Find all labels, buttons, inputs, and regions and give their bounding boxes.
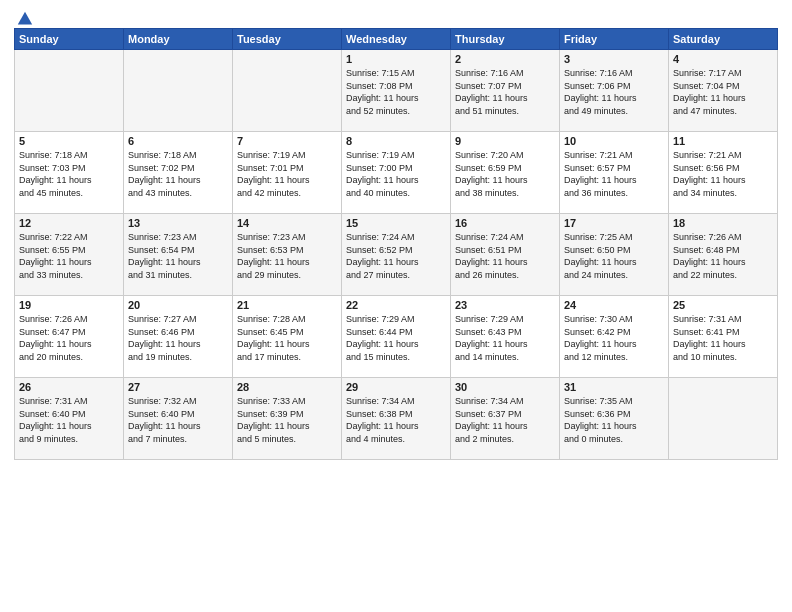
day-number: 1 [346, 53, 446, 65]
day-info: Sunrise: 7:21 AM Sunset: 6:56 PM Dayligh… [673, 149, 773, 199]
calendar-cell: 25Sunrise: 7:31 AM Sunset: 6:41 PM Dayli… [669, 296, 778, 378]
calendar-cell: 19Sunrise: 7:26 AM Sunset: 6:47 PM Dayli… [15, 296, 124, 378]
calendar-cell: 27Sunrise: 7:32 AM Sunset: 6:40 PM Dayli… [124, 378, 233, 460]
weekday-header-monday: Monday [124, 29, 233, 50]
weekday-header-friday: Friday [560, 29, 669, 50]
day-number: 29 [346, 381, 446, 393]
day-info: Sunrise: 7:19 AM Sunset: 7:00 PM Dayligh… [346, 149, 446, 199]
day-number: 27 [128, 381, 228, 393]
day-number: 8 [346, 135, 446, 147]
calendar-cell: 18Sunrise: 7:26 AM Sunset: 6:48 PM Dayli… [669, 214, 778, 296]
day-info: Sunrise: 7:16 AM Sunset: 7:07 PM Dayligh… [455, 67, 555, 117]
day-number: 16 [455, 217, 555, 229]
week-row-1: 1Sunrise: 7:15 AM Sunset: 7:08 PM Daylig… [15, 50, 778, 132]
day-info: Sunrise: 7:34 AM Sunset: 6:38 PM Dayligh… [346, 395, 446, 445]
calendar-cell: 14Sunrise: 7:23 AM Sunset: 6:53 PM Dayli… [233, 214, 342, 296]
calendar-cell: 6Sunrise: 7:18 AM Sunset: 7:02 PM Daylig… [124, 132, 233, 214]
day-number: 22 [346, 299, 446, 311]
week-row-3: 12Sunrise: 7:22 AM Sunset: 6:55 PM Dayli… [15, 214, 778, 296]
weekday-header-row: SundayMondayTuesdayWednesdayThursdayFrid… [15, 29, 778, 50]
day-info: Sunrise: 7:31 AM Sunset: 6:41 PM Dayligh… [673, 313, 773, 363]
calendar-cell: 31Sunrise: 7:35 AM Sunset: 6:36 PM Dayli… [560, 378, 669, 460]
calendar-cell: 3Sunrise: 7:16 AM Sunset: 7:06 PM Daylig… [560, 50, 669, 132]
day-number: 19 [19, 299, 119, 311]
day-number: 25 [673, 299, 773, 311]
day-info: Sunrise: 7:15 AM Sunset: 7:08 PM Dayligh… [346, 67, 446, 117]
page-container: SundayMondayTuesdayWednesdayThursdayFrid… [0, 0, 792, 466]
day-info: Sunrise: 7:23 AM Sunset: 6:53 PM Dayligh… [237, 231, 337, 281]
day-info: Sunrise: 7:29 AM Sunset: 6:44 PM Dayligh… [346, 313, 446, 363]
day-info: Sunrise: 7:24 AM Sunset: 6:51 PM Dayligh… [455, 231, 555, 281]
calendar-cell: 26Sunrise: 7:31 AM Sunset: 6:40 PM Dayli… [15, 378, 124, 460]
day-number: 3 [564, 53, 664, 65]
calendar-cell: 10Sunrise: 7:21 AM Sunset: 6:57 PM Dayli… [560, 132, 669, 214]
day-number: 4 [673, 53, 773, 65]
calendar-cell: 29Sunrise: 7:34 AM Sunset: 6:38 PM Dayli… [342, 378, 451, 460]
calendar-cell: 17Sunrise: 7:25 AM Sunset: 6:50 PM Dayli… [560, 214, 669, 296]
calendar-cell: 30Sunrise: 7:34 AM Sunset: 6:37 PM Dayli… [451, 378, 560, 460]
calendar-cell: 8Sunrise: 7:19 AM Sunset: 7:00 PM Daylig… [342, 132, 451, 214]
calendar-cell: 15Sunrise: 7:24 AM Sunset: 6:52 PM Dayli… [342, 214, 451, 296]
day-number: 13 [128, 217, 228, 229]
calendar-cell: 22Sunrise: 7:29 AM Sunset: 6:44 PM Dayli… [342, 296, 451, 378]
calendar-cell: 4Sunrise: 7:17 AM Sunset: 7:04 PM Daylig… [669, 50, 778, 132]
logo [14, 10, 34, 24]
day-number: 12 [19, 217, 119, 229]
day-number: 18 [673, 217, 773, 229]
day-info: Sunrise: 7:25 AM Sunset: 6:50 PM Dayligh… [564, 231, 664, 281]
logo-icon [16, 10, 34, 28]
calendar-cell [669, 378, 778, 460]
calendar-cell: 7Sunrise: 7:19 AM Sunset: 7:01 PM Daylig… [233, 132, 342, 214]
weekday-header-sunday: Sunday [15, 29, 124, 50]
day-number: 14 [237, 217, 337, 229]
day-number: 26 [19, 381, 119, 393]
calendar-cell [233, 50, 342, 132]
day-info: Sunrise: 7:22 AM Sunset: 6:55 PM Dayligh… [19, 231, 119, 281]
day-number: 28 [237, 381, 337, 393]
day-number: 5 [19, 135, 119, 147]
calendar-cell: 24Sunrise: 7:30 AM Sunset: 6:42 PM Dayli… [560, 296, 669, 378]
day-number: 7 [237, 135, 337, 147]
day-number: 23 [455, 299, 555, 311]
weekday-header-tuesday: Tuesday [233, 29, 342, 50]
day-info: Sunrise: 7:33 AM Sunset: 6:39 PM Dayligh… [237, 395, 337, 445]
calendar-cell: 12Sunrise: 7:22 AM Sunset: 6:55 PM Dayli… [15, 214, 124, 296]
day-number: 30 [455, 381, 555, 393]
day-number: 17 [564, 217, 664, 229]
day-number: 11 [673, 135, 773, 147]
day-info: Sunrise: 7:20 AM Sunset: 6:59 PM Dayligh… [455, 149, 555, 199]
calendar-cell: 13Sunrise: 7:23 AM Sunset: 6:54 PM Dayli… [124, 214, 233, 296]
calendar-cell: 16Sunrise: 7:24 AM Sunset: 6:51 PM Dayli… [451, 214, 560, 296]
day-number: 20 [128, 299, 228, 311]
day-info: Sunrise: 7:24 AM Sunset: 6:52 PM Dayligh… [346, 231, 446, 281]
day-number: 9 [455, 135, 555, 147]
day-info: Sunrise: 7:23 AM Sunset: 6:54 PM Dayligh… [128, 231, 228, 281]
day-info: Sunrise: 7:26 AM Sunset: 6:48 PM Dayligh… [673, 231, 773, 281]
day-info: Sunrise: 7:32 AM Sunset: 6:40 PM Dayligh… [128, 395, 228, 445]
svg-marker-0 [18, 12, 32, 25]
calendar-cell: 23Sunrise: 7:29 AM Sunset: 6:43 PM Dayli… [451, 296, 560, 378]
header [14, 10, 778, 24]
day-number: 10 [564, 135, 664, 147]
calendar-cell: 1Sunrise: 7:15 AM Sunset: 7:08 PM Daylig… [342, 50, 451, 132]
calendar-cell: 11Sunrise: 7:21 AM Sunset: 6:56 PM Dayli… [669, 132, 778, 214]
day-number: 6 [128, 135, 228, 147]
day-info: Sunrise: 7:30 AM Sunset: 6:42 PM Dayligh… [564, 313, 664, 363]
day-info: Sunrise: 7:17 AM Sunset: 7:04 PM Dayligh… [673, 67, 773, 117]
calendar-cell: 20Sunrise: 7:27 AM Sunset: 6:46 PM Dayli… [124, 296, 233, 378]
week-row-4: 19Sunrise: 7:26 AM Sunset: 6:47 PM Dayli… [15, 296, 778, 378]
weekday-header-thursday: Thursday [451, 29, 560, 50]
day-number: 2 [455, 53, 555, 65]
day-info: Sunrise: 7:31 AM Sunset: 6:40 PM Dayligh… [19, 395, 119, 445]
day-info: Sunrise: 7:26 AM Sunset: 6:47 PM Dayligh… [19, 313, 119, 363]
calendar-cell: 21Sunrise: 7:28 AM Sunset: 6:45 PM Dayli… [233, 296, 342, 378]
day-info: Sunrise: 7:18 AM Sunset: 7:02 PM Dayligh… [128, 149, 228, 199]
calendar-cell: 2Sunrise: 7:16 AM Sunset: 7:07 PM Daylig… [451, 50, 560, 132]
week-row-2: 5Sunrise: 7:18 AM Sunset: 7:03 PM Daylig… [15, 132, 778, 214]
day-number: 15 [346, 217, 446, 229]
day-info: Sunrise: 7:21 AM Sunset: 6:57 PM Dayligh… [564, 149, 664, 199]
day-info: Sunrise: 7:28 AM Sunset: 6:45 PM Dayligh… [237, 313, 337, 363]
day-number: 24 [564, 299, 664, 311]
weekday-header-wednesday: Wednesday [342, 29, 451, 50]
calendar-cell: 9Sunrise: 7:20 AM Sunset: 6:59 PM Daylig… [451, 132, 560, 214]
